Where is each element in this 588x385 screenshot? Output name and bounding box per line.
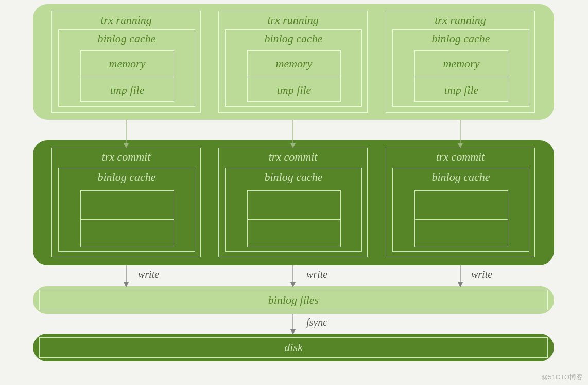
write-label-1: write — [138, 269, 159, 281]
running-container: trx running binlog cache memory tmp file… — [33, 4, 554, 120]
binlog-files-box: binlog files — [39, 290, 548, 310]
binlog-cache-title: binlog cache — [226, 170, 361, 184]
mem-tmp-stack-2: memory tmp file — [247, 50, 341, 102]
commit-container: trx commit binlog cache trx commit binlo… — [33, 140, 554, 265]
disk-box: disk — [39, 337, 548, 358]
files-container: binlog files — [33, 286, 554, 314]
binlog-cache-1: binlog cache memory tmp file — [58, 29, 195, 107]
trx-running-3: trx running binlog cache memory tmp file — [386, 11, 535, 113]
trx-commit-1: trx commit binlog cache — [51, 148, 201, 257]
disk-container: disk — [33, 334, 554, 361]
memory-cell: memory — [248, 51, 340, 77]
trx-running-title: trx running — [219, 13, 367, 27]
trx-commit-3: trx commit binlog cache — [386, 148, 535, 257]
empty-stack-2 — [247, 190, 341, 247]
arrow-commit-to-files-1 — [124, 265, 129, 287]
tmpfile-cell: tmp file — [415, 77, 508, 102]
mem-tmp-stack-3: memory tmp file — [414, 50, 508, 102]
tmpfile-cell: tmp file — [81, 77, 174, 102]
binlog-cache-commit-2: binlog cache — [225, 168, 362, 252]
empty-stack-1 — [80, 190, 174, 247]
fsync-label: fsync — [306, 317, 327, 328]
arrow-files-to-disk — [290, 314, 296, 335]
memory-cell: memory — [415, 51, 508, 77]
binlog-cache-3: binlog cache memory tmp file — [392, 29, 529, 107]
binlog-cache-title: binlog cache — [59, 32, 195, 45]
trx-commit-title: trx commit — [386, 150, 534, 164]
mem-tmp-stack-1: memory tmp file — [80, 50, 174, 102]
trx-commit-title: trx commit — [219, 150, 367, 164]
arrow-commit-to-files-3 — [458, 265, 463, 287]
binlog-cache-title: binlog cache — [226, 32, 361, 45]
arrow-commit-to-files-2 — [290, 265, 296, 287]
trx-running-1: trx running binlog cache memory tmp file — [51, 11, 201, 113]
trx-running-title: trx running — [386, 13, 534, 27]
binlog-cache-commit-1: binlog cache — [58, 168, 195, 252]
write-label-3: write — [471, 269, 492, 281]
trx-running-title: trx running — [52, 13, 200, 27]
binlog-cache-title: binlog cache — [393, 32, 529, 45]
write-label-2: write — [306, 269, 327, 281]
memory-cell: memory — [81, 51, 174, 77]
binlog-cache-title: binlog cache — [393, 170, 529, 184]
binlog-cache-commit-3: binlog cache — [392, 168, 529, 252]
empty-stack-3 — [414, 190, 508, 247]
trx-commit-title: trx commit — [52, 150, 200, 164]
binlog-cache-2: binlog cache memory tmp file — [225, 29, 362, 107]
tmpfile-cell: tmp file — [248, 77, 340, 102]
trx-commit-2: trx commit binlog cache — [218, 148, 368, 257]
watermark: @51CTO博客 — [541, 373, 583, 382]
binlog-cache-title: binlog cache — [59, 170, 195, 184]
trx-running-2: trx running binlog cache memory tmp file — [218, 11, 368, 113]
